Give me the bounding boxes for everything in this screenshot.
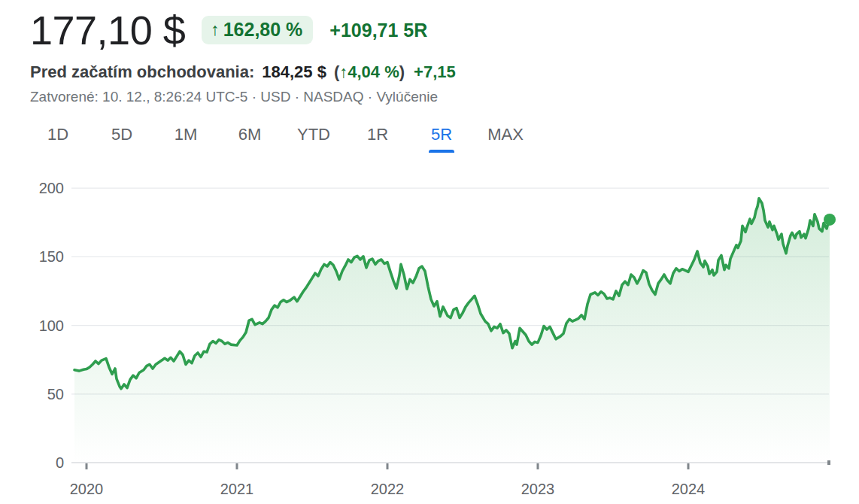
last-price-dot	[824, 214, 836, 226]
premarket-paren-close: )	[399, 62, 405, 82]
change-absolute-period: +109,71 5R	[329, 20, 427, 41]
tab-5d[interactable]: 5D	[102, 120, 142, 155]
x-axis-label: 2024	[672, 481, 706, 497]
premarket-label: Pred začatím obchodovania:	[30, 62, 254, 82]
x-axis-label: 2021	[220, 481, 254, 497]
premarket-price: 184,25 $	[262, 62, 326, 82]
arrow-up-icon: ↑	[339, 62, 348, 82]
x-axis-label: 2022	[371, 481, 405, 497]
x-axis-tick	[688, 463, 690, 469]
tab-ytd[interactable]: YTD	[293, 120, 334, 155]
y-axis-label: 200	[39, 180, 64, 196]
x-axis-label: 2020	[70, 481, 104, 497]
tab-1m[interactable]: 1M	[165, 120, 206, 155]
premarket-paren-open: (	[334, 62, 339, 82]
range-tabs: 1D5D1M6MYTD1R5RMAX	[38, 120, 859, 155]
change-percent-value: 162,80 %	[223, 20, 303, 39]
price-row: 177,10 $ ↑ 162,80 % +109,71 5R	[30, 8, 859, 53]
y-axis-label: 0	[56, 454, 64, 471]
change-percent-badge: ↑ 162,80 %	[202, 16, 313, 44]
premarket-percent: 4,04 %	[348, 62, 399, 82]
tab-6m[interactable]: 6M	[229, 120, 270, 155]
tab-1r[interactable]: 1R	[357, 120, 398, 155]
market-status-text: Zatvorené: 10. 12., 8:26:24 UTC-5 · USD …	[30, 89, 372, 105]
y-axis-label: 50	[47, 386, 64, 402]
status-row: Zatvorené: 10. 12., 8:26:24 UTC-5 · USD …	[30, 89, 859, 105]
tab-5r[interactable]: 5R	[421, 120, 462, 155]
current-price: 177,10 $	[30, 10, 185, 50]
tab-1d[interactable]: 1D	[38, 120, 78, 155]
price-area-fill	[74, 199, 830, 463]
x-axis-tick	[86, 463, 88, 469]
x-axis-tick	[537, 463, 539, 469]
x-axis-tick	[387, 463, 389, 469]
arrow-up-icon: ↑	[211, 21, 220, 38]
disclaimer-link[interactable]: Vylúčenie	[376, 89, 438, 105]
premarket-row: Pred začatím obchodovania: 184,25 $ ( ↑ …	[30, 62, 859, 82]
y-axis-label: 100	[39, 317, 64, 334]
y-axis-label: 150	[39, 249, 64, 266]
x-axis-tick	[236, 463, 238, 469]
tab-max[interactable]: MAX	[485, 120, 526, 155]
stock-header: 177,10 $ ↑ 162,80 % +109,71 5R Pred zača…	[0, 0, 859, 105]
x-axis-label: 2023	[521, 481, 555, 497]
chart-container: 05010015020020202021202220232024	[0, 167, 859, 504]
premarket-change: +7,15	[414, 62, 456, 82]
price-chart-svg[interactable]: 05010015020020202021202220232024	[0, 167, 859, 504]
